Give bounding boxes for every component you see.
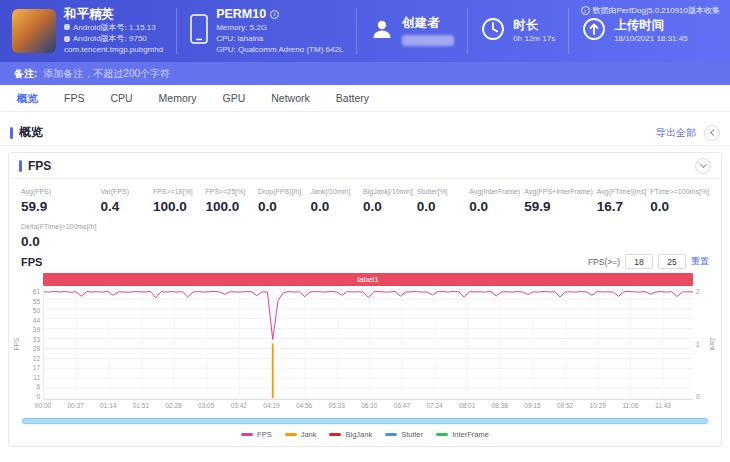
export-all-link[interactable]: 导出全部 [656,126,696,140]
metric-label: Avg(FPS+InterFrame) [524,188,593,195]
android-build: Android版本号: 9750 [73,33,147,44]
legend-label: Jank [301,430,317,439]
metric-cell: FPS>=25[%]100.0 [205,188,254,214]
metric-cell: FTime>=100ms[%]0.0 [650,188,709,214]
metric-value: 0.0 [21,234,96,249]
metric-value: 0.0 [363,199,413,214]
y-axis-title-right: Jank [710,337,717,351]
x-tick-label: 11:43 [655,402,671,409]
x-tick-label: 03:42 [231,402,247,409]
fps-metrics-grid: Avg(FPS)59.9Var(FPS)0.4FPS>=18[%]100.0FP… [9,179,721,251]
legend-swatch [241,433,253,436]
fps-card: FPS Avg(FPS)59.9Var(FPS)0.4FPS>=18[%]100… [8,152,722,447]
note-placeholder[interactable]: 添加备注，不超过200个字符 [43,67,170,81]
x-tick-label: 01:51 [133,402,149,409]
tab-memory[interactable]: Memory [146,85,210,112]
collapse-side-button[interactable] [704,125,720,141]
section-accent-bar [10,127,13,139]
collector-info: i 数据由PerfDog|5.0.210910版本收集 [581,5,720,16]
x-tick-label: 08:38 [492,402,508,409]
metric-cell: Avg(FPS+InterFrame)59.9 [524,188,593,214]
x-tick-label: 09:52 [557,402,573,409]
metric-cell: Stutter[%]0.0 [417,188,466,214]
y-tick-left: 44 [33,317,40,324]
duration-section: 时长 0h 12m 17s [467,8,568,54]
package-name: com.tencent.tmgp.pubgmhd [64,44,163,55]
legend-label: FPS [257,430,272,439]
chart-title: FPS [21,256,42,268]
collapse-panel-button[interactable] [695,158,711,174]
device-cpu: CPU: lahaina [216,33,343,44]
device-name: PERM10 [216,7,266,22]
x-tick-label: 01:14 [100,402,116,409]
x-tick-label: 09:15 [524,402,540,409]
legend-item-fps[interactable]: FPS [241,430,272,439]
android-version: Android版本号: 1.15.13 [73,22,156,33]
legend-item-stutter[interactable]: Stutter [385,430,423,439]
metric-value: 0.4 [100,199,149,214]
metric-cell: Avg(FPS)59.9 [21,188,96,214]
legend-label: InterFrame [452,430,489,439]
legend-label: Stutter [401,430,423,439]
metric-label: FPS>=18[%] [153,188,202,195]
x-tick-label: 11:06 [622,402,638,409]
metric-value: 100.0 [153,199,202,214]
android-icon [64,24,70,30]
metric-label: FTime>=100ms[%] [650,188,709,195]
x-tick-label: 04:56 [296,402,312,409]
x-tick-label: 02:28 [165,402,181,409]
overview-section-header: 概览 导出全部 [0,120,730,146]
fps-chart: FPS 6155504439332822171160 210 Jank [9,288,721,400]
y-tick-left: 0 [36,393,40,400]
tab-cpu[interactable]: CPU [97,85,145,112]
chart-scrollbar[interactable] [21,417,709,425]
y-axis-left: 6155504439332822171160 [21,288,43,400]
tab-bar: 概览 FPS CPU Memory GPU Network Battery [0,85,730,112]
y-tick-left: 50 [33,307,40,314]
game-thumbnail [12,9,56,53]
tab-network[interactable]: Network [258,85,323,112]
tab-fps[interactable]: FPS [51,85,97,112]
fps-threshold-label: FPS(>=) [588,257,620,267]
tab-battery[interactable]: Battery [323,85,382,112]
x-tick-label: 10:29 [590,402,606,409]
x-tick-label: 04:19 [263,402,279,409]
metric-cell: FPS>=18[%]100.0 [153,188,202,214]
metric-cell: Avg(InterFrame)0.0 [469,188,520,214]
legend-label: BigJank [345,430,372,439]
session-header: 和平精英 Android版本号: 1.15.13 Android版本号: 975… [0,0,730,62]
x-tick-label: 00:00 [35,402,51,409]
tab-overview[interactable]: 概览 [4,85,51,112]
y-tick-left: 17 [33,364,40,371]
x-tick-label: 07:24 [426,402,442,409]
legend-item-bigjank[interactable]: BigJank [329,430,372,439]
collector-text: 数据由PerfDog|5.0.210910版本收集 [593,5,720,16]
device-info-icon[interactable]: i [270,10,279,19]
duration-label: 时长 [513,18,555,33]
device-memory: Memory: 5.2G [216,22,343,33]
legend-item-interframe[interactable]: InterFrame [436,430,489,439]
metric-label: Drop(FPS)[/h] [258,188,307,195]
reset-button[interactable]: 重置 [691,255,709,268]
metric-cell: BigJank[/10min]0.0 [363,188,413,214]
tab-gpu[interactable]: GPU [210,85,259,112]
y-axis-title-left: FPS [13,338,20,351]
clock-icon [481,17,505,45]
y-tick-left: 28 [33,345,40,352]
phone-icon [190,14,208,48]
fps-threshold-input-1[interactable] [625,254,653,269]
x-tick-label: 05:33 [329,402,345,409]
y-tick-left: 11 [33,374,40,381]
note-label: 备注: [14,67,37,81]
legend-swatch [329,433,341,436]
legend-item-jank[interactable]: Jank [285,430,317,439]
y-tick-right: 0 [696,393,700,400]
note-bar[interactable]: 备注: 添加备注，不超过200个字符 [0,62,730,85]
app-info-section: 和平精英 Android版本号: 1.15.13 Android版本号: 975… [8,8,176,54]
y-tick-left: 61 [33,288,40,295]
fps-card-header: FPS [9,153,721,179]
fps-threshold-input-2[interactable] [658,254,686,269]
scrollbar-thumb[interactable] [22,418,708,424]
legend-swatch [385,433,397,436]
chart-band-label1: label1 [43,273,693,286]
